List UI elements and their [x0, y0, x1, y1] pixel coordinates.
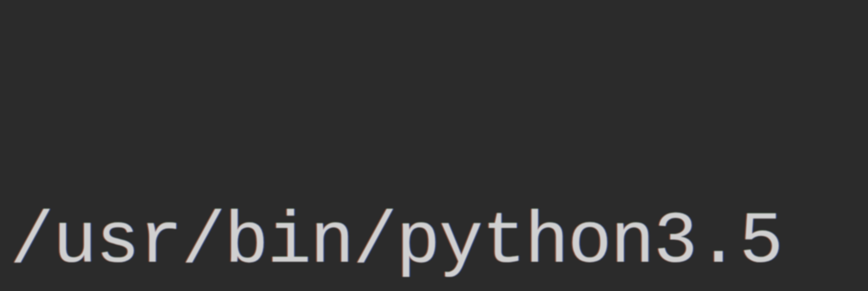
terminal-output: /usr/bin/python3.5 140563937401736 14056… [10, 5, 858, 291]
terminal-line: /usr/bin/python3.5 [10, 195, 858, 290]
